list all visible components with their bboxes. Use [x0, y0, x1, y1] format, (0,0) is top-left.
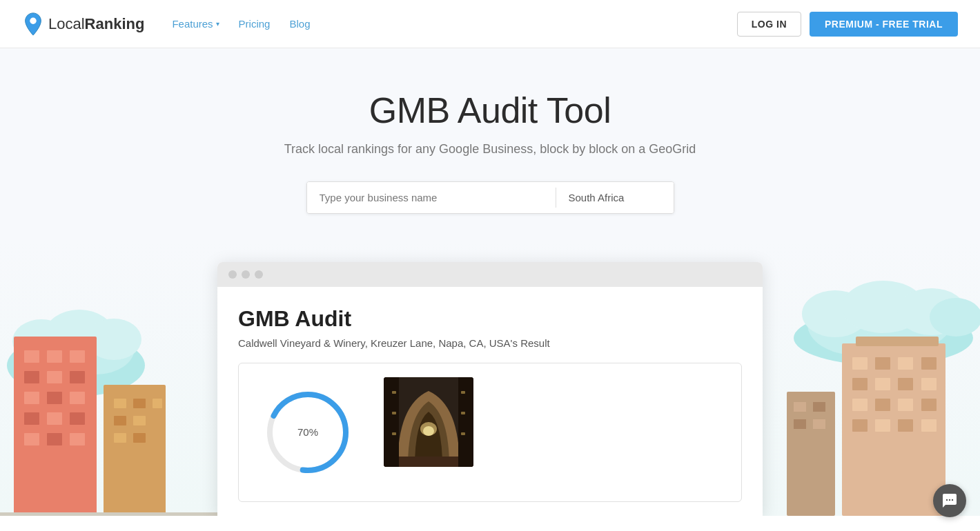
svg-rect-29 [70, 433, 85, 445]
svg-rect-53 [875, 419, 890, 432]
thumbnail-image [384, 377, 473, 467]
svg-rect-14 [14, 337, 97, 516]
svg-rect-41 [875, 357, 890, 370]
svg-rect-23 [70, 392, 85, 404]
svg-point-0 [30, 17, 36, 23]
svg-rect-17 [70, 350, 85, 363]
svg-rect-15 [24, 350, 39, 363]
search-bar [306, 181, 674, 214]
svg-rect-45 [875, 378, 890, 390]
svg-rect-51 [921, 399, 937, 411]
logo-text-bold: Ranking [85, 15, 145, 32]
svg-rect-73 [461, 391, 465, 394]
svg-rect-60 [794, 419, 806, 429]
svg-rect-70 [392, 391, 396, 394]
svg-rect-75 [461, 432, 465, 435]
svg-rect-18 [24, 371, 39, 383]
chevron-down-icon: ▾ [216, 20, 219, 28]
nav-links: Features ▾ Pricing Blog [172, 18, 310, 30]
svg-rect-49 [875, 399, 890, 411]
business-name-input[interactable] [307, 182, 556, 213]
progress-circle-container: 70% [253, 377, 363, 488]
svg-rect-40 [852, 357, 868, 370]
svg-rect-74 [461, 412, 465, 414]
svg-rect-22 [47, 392, 62, 404]
svg-rect-54 [898, 419, 913, 432]
svg-rect-58 [794, 402, 806, 412]
svg-rect-32 [133, 399, 146, 408]
svg-rect-25 [47, 412, 62, 425]
login-button[interactable]: LOG IN [737, 12, 801, 37]
browser-dot-2 [242, 270, 250, 279]
svg-rect-71 [392, 412, 396, 414]
progress-percent-text: 70% [297, 426, 318, 438]
svg-rect-43 [921, 357, 937, 370]
svg-rect-34 [114, 416, 126, 425]
premium-trial-button[interactable]: PREMIUM - FREE TRIAL [810, 12, 958, 37]
chat-icon [941, 492, 958, 509]
svg-rect-68 [384, 377, 399, 467]
svg-rect-31 [114, 399, 126, 408]
svg-point-76 [946, 499, 948, 501]
navbar: LocalRanking Features ▾ Pricing Blog LOG… [0, 0, 980, 48]
svg-rect-56 [856, 337, 939, 346]
browser-dot-3 [255, 270, 263, 279]
browser-titlebar [217, 262, 763, 287]
svg-rect-35 [133, 416, 146, 425]
svg-point-77 [949, 499, 950, 501]
svg-rect-55 [921, 419, 937, 432]
browser-content: GMB Audit Caldwell Vineyard & Winery, Kr… [217, 287, 763, 516]
svg-rect-69 [458, 377, 473, 467]
logo[interactable]: LocalRanking [22, 12, 144, 37]
nav-blog[interactable]: Blog [289, 18, 310, 30]
svg-rect-46 [898, 378, 913, 390]
audit-subtitle: Caldwell Vineyard & Winery, Kreuzer Lane… [238, 337, 742, 349]
svg-rect-47 [921, 378, 937, 390]
page-title: GMB Audit Tool [369, 90, 611, 131]
svg-rect-37 [133, 433, 146, 443]
svg-point-78 [952, 499, 953, 501]
progress-circle-svg: 70% [259, 384, 356, 481]
svg-rect-24 [24, 412, 39, 425]
browser-window: GMB Audit Caldwell Vineyard & Winery, Kr… [217, 262, 763, 516]
svg-rect-21 [24, 392, 39, 404]
logo-icon [22, 12, 44, 37]
browser-dot-1 [228, 270, 237, 279]
svg-point-66 [423, 426, 434, 436]
svg-rect-26 [70, 412, 85, 425]
svg-rect-48 [852, 399, 868, 411]
audit-title: GMB Audit [238, 306, 742, 332]
nav-features[interactable]: Features ▾ [172, 18, 219, 30]
nav-pricing[interactable]: Pricing [239, 18, 271, 30]
navbar-right: LOG IN PREMIUM - FREE TRIAL [737, 12, 958, 37]
svg-rect-33 [153, 399, 162, 408]
navbar-left: LocalRanking Features ▾ Pricing Blog [22, 12, 310, 37]
audit-card: 70% [238, 363, 742, 502]
svg-rect-42 [898, 357, 913, 370]
svg-rect-59 [813, 402, 825, 412]
svg-rect-28 [47, 433, 62, 445]
svg-rect-52 [852, 419, 868, 432]
hero-subtitle: Track local rankings for any Google Busi… [284, 142, 696, 157]
svg-rect-16 [47, 350, 62, 363]
svg-rect-20 [70, 371, 85, 383]
svg-rect-38 [0, 512, 221, 516]
svg-rect-44 [852, 378, 868, 390]
country-input[interactable] [556, 182, 674, 213]
svg-rect-72 [392, 432, 396, 435]
logo-text-plain: Local [48, 15, 85, 32]
svg-rect-61 [813, 419, 825, 429]
svg-rect-36 [114, 433, 126, 443]
buildings-left [0, 295, 221, 516]
hero-section: GMB Audit Tool Track local rankings for … [0, 48, 980, 241]
browser-area: GMB Audit Caldwell Vineyard & Winery, Kr… [0, 241, 980, 516]
svg-rect-19 [47, 371, 62, 383]
svg-rect-50 [898, 399, 913, 411]
thumbnail-area [384, 377, 473, 467]
chat-bubble[interactable] [933, 484, 966, 517]
svg-rect-27 [24, 433, 39, 445]
